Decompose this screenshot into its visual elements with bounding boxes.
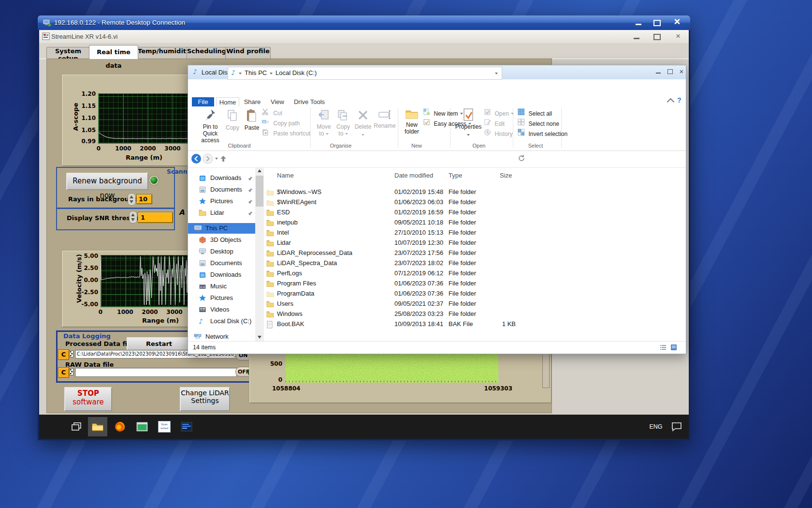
properties-button[interactable]: Properties [455, 108, 482, 139]
file-row-users[interactable]: Users09/05/2021 02:37File folder [261, 299, 681, 309]
sidebar-item-pictures[interactable]: Pictures [188, 196, 255, 207]
copy-button[interactable]: Copy [223, 109, 242, 131]
processed-drive-box[interactable]: C [58, 349, 69, 360]
file-row-esd[interactable]: ESD01/02/2019 16:59File folder [261, 208, 681, 217]
ribbon-tab-view[interactable]: View [266, 97, 289, 107]
sidebar-item-music[interactable]: Music [188, 281, 255, 292]
collapse-ribbon-icon[interactable] [667, 98, 675, 106]
copy-to-button[interactable]: Copy to [334, 109, 352, 137]
tab-scheduling[interactable]: Scheduling [187, 47, 226, 59]
raw-drive-box[interactable]: C [58, 367, 69, 378]
delete-button[interactable]: Delete [353, 109, 373, 139]
restart-processed-file-button[interactable]: Restart processed file [127, 337, 191, 351]
sidebar-item-videos[interactable]: Videos [188, 304, 255, 315]
paste-button[interactable]: Paste [242, 109, 261, 131]
sidebar-item-pictures[interactable]: Pictures [188, 293, 255, 303]
taskbar-scan-sched-icon[interactable]: Scansched [155, 417, 174, 436]
crumb-arrow-icon[interactable] [270, 73, 273, 75]
forward-button[interactable] [203, 153, 213, 166]
language-indicator[interactable]: ENG [647, 417, 665, 436]
file-row-programdata[interactable]: ProgramData01/06/2023 07:36File folder [261, 289, 681, 299]
ribbon-tab-home[interactable]: Home [216, 97, 239, 107]
crumb-arrow-icon[interactable] [239, 73, 242, 75]
file-row--winreagent[interactable]: $WinREAgent01/06/2023 06:03File folder [261, 197, 681, 207]
sidebar-item-this-pc[interactable]: This PC [188, 223, 255, 234]
sidebar-item-network[interactable]: Network [188, 331, 255, 342]
select-none-button[interactable]: Select none [518, 119, 559, 128]
explorer-maximize-button[interactable] [665, 68, 675, 76]
sidebar-item-desktop[interactable]: Desktop [188, 246, 255, 257]
rdp-close-button[interactable]: × [671, 17, 683, 27]
file-row-inetpub[interactable]: inetpub09/05/2021 10:18File folder [261, 218, 681, 227]
tab-system-setup[interactable]: System setup [46, 47, 90, 59]
pin-to-quick-access-button[interactable]: Pin to Quick access [197, 108, 224, 144]
raw-path-field[interactable] [75, 368, 237, 377]
taskbar-code-app-icon[interactable] [177, 417, 196, 436]
app-minimize-button[interactable] [631, 32, 642, 41]
file-row-boot-bak[interactable]: Boot.BAK10/09/2013 18:41BAK File1 KB [261, 319, 681, 329]
file-row--windows-ws[interactable]: $Windows.~WS01/02/2019 15:48File folder [261, 187, 681, 197]
snr-value-field[interactable]: 1 [138, 212, 173, 223]
scroll-down-button[interactable] [255, 333, 264, 341]
tab-real-time-data[interactable]: Real time data [89, 45, 138, 59]
renew-background-button[interactable]: Renew background now [66, 173, 148, 190]
taskbar-firefox-icon[interactable] [110, 417, 130, 436]
explorer-minimize-button[interactable] [653, 68, 664, 76]
column-header-name[interactable]: Name [277, 172, 294, 179]
taskbar-file-explorer-icon[interactable] [88, 417, 107, 436]
cut-button[interactable]: Cut [261, 108, 282, 117]
column-header-type[interactable]: Type [449, 172, 462, 179]
app-maximize-button[interactable] [652, 32, 662, 41]
file-row-windows[interactable]: Windows25/08/2023 03:23File folder [261, 309, 681, 319]
rays-value-field[interactable]: 10 [136, 194, 152, 204]
open-button[interactable]: Open [484, 108, 514, 118]
app-close-button[interactable]: × [673, 32, 683, 41]
app-title-bar[interactable] [39, 30, 689, 44]
large-icons-view-icon[interactable] [670, 344, 677, 353]
sidebar-item-downloads[interactable]: Downloads [188, 173, 255, 183]
sidebar-item-3d-objects[interactable]: 3D Objects [188, 235, 255, 245]
help-icon[interactable]: ? [677, 96, 682, 104]
copy-path-button[interactable]: W Copy path [261, 119, 300, 127]
back-button[interactable] [191, 153, 202, 166]
recent-locations-icon[interactable] [215, 158, 218, 160]
column-header-date[interactable]: Date modified [394, 172, 433, 179]
address-dropdown-icon[interactable] [495, 73, 498, 75]
breadcrumb-this-pc[interactable]: This PC [245, 69, 267, 76]
rdp-minimize-button[interactable] [632, 18, 645, 28]
refresh-button[interactable] [518, 154, 525, 164]
notification-bubble-icon[interactable] [667, 417, 686, 436]
address-bar[interactable]: ♪ This PC Local Disk (C:) [228, 67, 502, 80]
ribbon-tab-share[interactable]: Share [240, 97, 264, 107]
rename-button[interactable]: Rename [374, 109, 396, 129]
edit-button[interactable]: Edit [484, 119, 505, 128]
file-row-lidar[interactable]: Lidar10/07/2019 12:30File folder [261, 238, 681, 248]
history-button[interactable]: History [484, 129, 513, 138]
change-lidar-settings-button[interactable]: Change LiDAR Settings [180, 387, 230, 411]
details-view-icon[interactable] [660, 344, 667, 353]
paste-shortcut-button[interactable]: Paste shortcut [261, 129, 310, 137]
file-row-perflogs[interactable]: PerfLogs07/12/2019 06:12File folder [261, 269, 681, 278]
file-row-lidar-reprocessed-data[interactable]: LiDAR_Reprocessed_Data23/07/2023 17:56Fi… [261, 248, 681, 258]
taskbar-green-app-icon[interactable] [132, 417, 152, 436]
file-row-program-files[interactable]: Program Files01/06/2023 07:36File folder [261, 279, 681, 288]
file-row-lidar-spectra-data[interactable]: LiDAR_Spectra_Data23/07/2023 18:02File f… [261, 258, 681, 268]
scroll-up-button[interactable] [255, 167, 264, 175]
rays-spinner[interactable] [128, 193, 136, 206]
sidebar-item-downloads[interactable]: Downloads [188, 269, 255, 280]
sidebar-item-local-disk-c-[interactable]: ♪Local Disk (C:) [188, 316, 255, 327]
snr-spinner[interactable] [129, 211, 137, 224]
sidebar-item-documents[interactable]: Documents [188, 258, 255, 269]
task-view-icon[interactable] [67, 417, 86, 436]
sidebar-item-documents[interactable]: Documents [188, 184, 255, 195]
ribbon-tab-drive-tools[interactable]: Drive Tools [292, 97, 326, 107]
tab-temp-humidity[interactable]: Temp/humidity [137, 47, 188, 59]
select-all-button[interactable]: Select all [518, 108, 552, 118]
tab-wind-profile[interactable]: Wind profile [225, 47, 271, 59]
stop-software-button[interactable]: STOP software [64, 387, 112, 411]
new-folder-button[interactable]: New folder [402, 108, 422, 135]
column-header-size[interactable]: Size [500, 172, 512, 179]
file-row-intel[interactable]: Intel27/10/2010 15:13File folder [261, 228, 681, 238]
up-button[interactable] [219, 154, 228, 165]
breadcrumb-local-disk[interactable]: Local Disk (C:) [276, 69, 317, 76]
